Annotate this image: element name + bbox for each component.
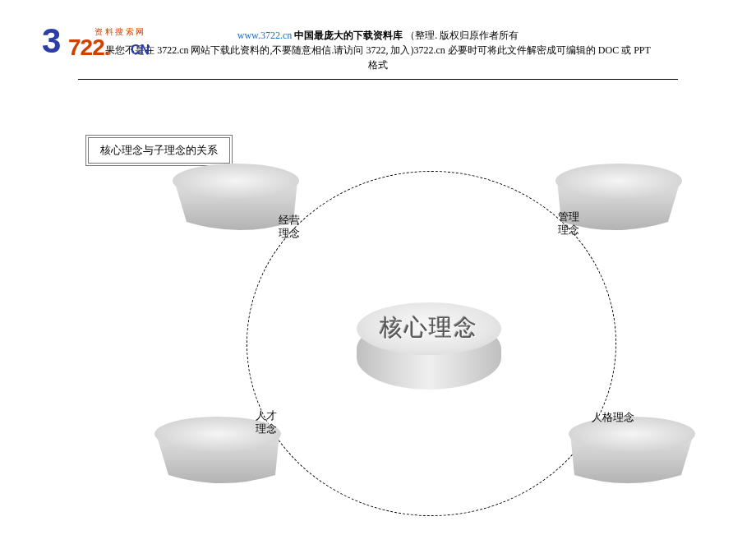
label-bottom-right: 人格理念	[588, 411, 638, 424]
label-top-right: 管理理念	[552, 210, 585, 236]
svg-point-0	[173, 164, 299, 198]
svg-point-1	[555, 164, 682, 198]
header-rule	[78, 79, 678, 80]
header-note: （整理. 版权归原作者所有	[405, 30, 519, 41]
header-slogan: 中国最庞大的下载资料库	[294, 30, 403, 41]
logo-cn: CN	[131, 43, 150, 58]
logo-3: 3	[42, 21, 58, 61]
core-cylinder: 核心理念	[357, 302, 501, 391]
core-label: 核心理念	[357, 312, 501, 344]
logo-722: 722.	[68, 35, 110, 61]
label-top-left: 经营理念	[273, 214, 306, 239]
header-url: www.3722.cn	[237, 30, 293, 41]
diagram-stage: 核心理念	[0, 123, 756, 535]
label-bottom-left: 人才理念	[250, 409, 283, 435]
site-logo: 资 料 搜 索 网 3 722. CN	[45, 25, 168, 66]
